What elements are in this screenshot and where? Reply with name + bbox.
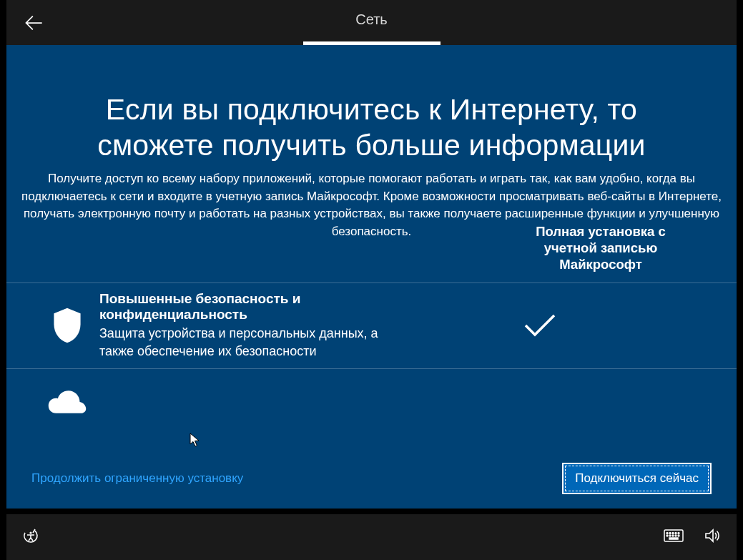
continue-limited-link[interactable]: Продолжить ограниченную установку xyxy=(31,471,243,486)
svg-point-8 xyxy=(666,535,668,536)
svg-point-11 xyxy=(675,535,676,536)
page-heading: Если вы подключитесь к Интернету, то смо… xyxy=(6,45,737,163)
svg-rect-13 xyxy=(669,538,678,539)
mouse-cursor-icon xyxy=(190,433,201,450)
feature-row-cloud xyxy=(6,368,737,436)
svg-point-10 xyxy=(672,535,674,536)
column-header-full-setup: Полная установка с учетной записью Майкр… xyxy=(526,223,676,272)
svg-point-12 xyxy=(678,535,679,536)
ease-of-access-icon[interactable] xyxy=(22,527,39,547)
feature-title: Повышенные безопасность и конфиденциальн… xyxy=(99,291,414,323)
back-arrow-icon xyxy=(24,13,44,33)
svg-point-4 xyxy=(669,533,671,534)
shield-icon xyxy=(35,307,99,344)
tab-network[interactable]: Сеть xyxy=(355,11,387,28)
svg-point-6 xyxy=(675,533,676,534)
feature-checkmark xyxy=(414,313,722,338)
feature-desc: Защита устройства и персональных данных,… xyxy=(99,325,414,360)
svg-point-9 xyxy=(669,535,671,536)
volume-icon[interactable] xyxy=(704,527,721,547)
svg-point-1 xyxy=(29,531,31,534)
feature-row-security: Повышенные безопасность и конфиденциальн… xyxy=(6,283,737,368)
header-bar: Сеть xyxy=(6,0,737,45)
content-panel: Если вы подключитесь к Интернету, то смо… xyxy=(6,45,737,509)
bottom-actions: Продолжить ограниченную установку Подклю… xyxy=(6,463,737,494)
svg-point-5 xyxy=(672,533,674,534)
svg-point-7 xyxy=(678,533,679,534)
back-button[interactable] xyxy=(24,13,44,36)
keyboard-icon[interactable] xyxy=(664,529,684,546)
svg-point-3 xyxy=(666,533,668,534)
connect-now-button[interactable]: Подключиться сейчас xyxy=(562,463,712,494)
cloud-icon xyxy=(35,389,99,415)
footer-bar xyxy=(6,514,737,560)
